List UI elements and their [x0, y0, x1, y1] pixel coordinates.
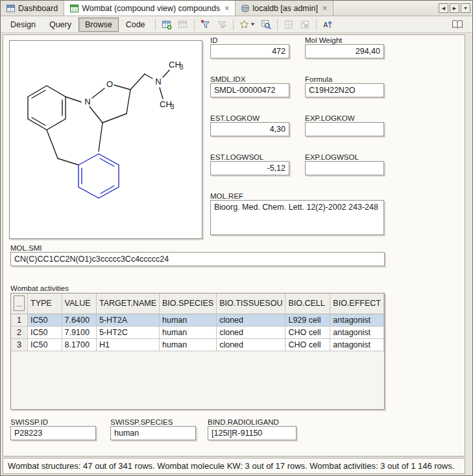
column-header-bio-species[interactable]: BIO.SPECIES [159, 294, 216, 314]
mol-weight-field[interactable]: 294,40 [305, 44, 384, 58]
column-header-bio-cell[interactable]: BIO.CELL [285, 294, 330, 314]
toolbar-separator [233, 19, 234, 31]
query-mode-button[interactable]: Query [43, 18, 78, 32]
bind-radioligand-label: BIND.RADIOLIGAND [208, 418, 279, 426]
grid-icon [284, 19, 294, 30]
database-icon [241, 5, 249, 12]
smdl-idx-field[interactable]: SMDL-00000472 [210, 83, 289, 97]
mol-weight-label: Mol Weight [305, 36, 342, 44]
row-header[interactable]: 3 [11, 338, 28, 351]
star-icon [239, 19, 249, 29]
column-header-bio-effect[interactable]: BIO.EFFECT [330, 294, 384, 314]
code-mode-button[interactable]: Code [119, 18, 152, 32]
cell-bio-cell[interactable]: CHO cell [285, 326, 330, 338]
cell-type[interactable]: IC50 [28, 326, 62, 338]
grid-tool-button[interactable] [281, 18, 297, 32]
exp-logwsol-label: EXP.LOGWSOL [305, 153, 359, 161]
est-logwsol-label: EST.LOGWSOL [210, 153, 263, 161]
table-row[interactable]: 3 IC50 8.1700 H1 human cloned CHO cell a… [11, 338, 384, 351]
filter-edit-icon [217, 19, 227, 30]
row-header[interactable]: 2 [11, 326, 28, 338]
book-icon [452, 19, 463, 29]
table-green-icon [70, 5, 79, 12]
o-atom-label: O [106, 79, 113, 89]
cell-bio-species[interactable]: human [159, 326, 216, 338]
swissp-species-field[interactable]: human [110, 426, 196, 440]
structure-viewer[interactable]: N O N CH 3 CH 3 [9, 40, 202, 239]
activities-table: ... TYPE VALUE TARGET.NAME BIO.SPECIES B… [10, 293, 385, 410]
exp-logwsol-field[interactable] [305, 161, 384, 175]
exp-logkow-field[interactable] [305, 122, 384, 136]
cell-value[interactable]: 7.9100 [62, 326, 96, 338]
help-book-button[interactable] [450, 18, 465, 32]
ch3-label: CH [169, 60, 181, 69]
filter-button[interactable] [198, 18, 213, 32]
cell-value[interactable]: 7.6400 [62, 314, 96, 326]
est-logkow-field[interactable]: 4,30 [210, 122, 289, 136]
close-icon[interactable]: × [223, 5, 229, 12]
browse-mode-button[interactable]: Browse [79, 18, 119, 32]
formula-field[interactable]: C19H22N2O [305, 83, 384, 97]
cell-bio-effect[interactable]: antagonist [330, 338, 384, 351]
sort-button[interactable]: A [320, 18, 335, 32]
est-logwsol-field[interactable]: -5,12 [210, 161, 289, 175]
swissp-id-label: SWISSP.ID [10, 418, 48, 426]
bind-radioligand-field[interactable]: [125I]R-91150 [208, 426, 297, 440]
filter-icon [200, 19, 211, 30]
cell-bio-cell[interactable]: CHO cell [285, 338, 330, 351]
new-grid-view-button[interactable] [159, 18, 175, 32]
toolbar-separator [277, 19, 278, 31]
id-label: ID [210, 36, 218, 44]
cell-bio-species[interactable]: human [159, 338, 216, 351]
table-corner-button[interactable]: ... [14, 295, 25, 311]
cell-bio-species[interactable]: human [159, 314, 216, 326]
design-mode-button[interactable]: Design [4, 18, 42, 32]
compound-form: N O N CH 3 CH 3 ID 472 Mol Weight 294,40… [3, 34, 465, 457]
table-header-row: ... TYPE VALUE TARGET.NAME BIO.SPECIES B… [11, 294, 384, 314]
mol-ref-label: MOL.REF [210, 192, 243, 200]
cell-bio-tissuesource[interactable]: cloned [217, 338, 285, 351]
cell-bio-cell[interactable]: L929 cell [285, 314, 330, 326]
find-in-grid-button[interactable] [258, 18, 274, 32]
chevron-down-icon [250, 23, 255, 26]
row-header[interactable]: 1 [11, 314, 28, 326]
tab-list-button[interactable]: ▼ [461, 3, 470, 13]
est-logkow-label: EST.LOGKOW [210, 114, 260, 122]
column-header-bio-tissuesource[interactable]: BIO.TISSUESOU [217, 294, 285, 314]
mol-smi-field[interactable]: CN(C)CC1CC2N(O1)c3ccccc3Cc4ccccc24 [10, 252, 385, 266]
close-icon[interactable]: × [321, 5, 327, 12]
favorites-button[interactable] [237, 18, 258, 32]
tab-bar: Dashboard Wombat (compound view) compoun… [1, 1, 472, 16]
cell-target-name[interactable]: 5-HT2A [97, 314, 160, 326]
cell-bio-tissuesource[interactable]: cloned [217, 314, 285, 326]
ch3-subscript: 3 [180, 64, 184, 71]
activities-grid: ... TYPE VALUE TARGET.NAME BIO.SPECIES B… [11, 294, 384, 351]
column-header-target-name[interactable]: TARGET.NAME [97, 294, 160, 314]
tab-scroll-right-button[interactable]: ▶ [450, 3, 459, 13]
cell-target-name[interactable]: H1 [97, 338, 160, 351]
column-header-type[interactable]: TYPE [28, 294, 62, 314]
id-field[interactable]: 472 [210, 44, 289, 58]
swissp-id-field[interactable]: P28223 [10, 426, 96, 440]
tab-scroll-left-button[interactable]: ◀ [439, 3, 448, 13]
grid-search-icon [261, 19, 271, 30]
tab-localdb[interactable]: localdb [as admin] × [236, 1, 334, 16]
tab-wombat-compounds[interactable]: Wombat (compound view) compounds × [64, 1, 236, 16]
grid-view-button[interactable] [175, 18, 191, 32]
cell-bio-effect[interactable]: antagonist [330, 314, 384, 326]
filter-edit-button[interactable] [214, 18, 230, 32]
table-row[interactable]: 2 IC50 7.9100 5-HT2C human cloned CHO ce… [11, 326, 384, 338]
column-header-value[interactable]: VALUE [62, 294, 96, 314]
cell-value[interactable]: 8.1700 [62, 338, 96, 351]
cell-target-name[interactable]: 5-HT2C [97, 326, 160, 338]
cell-type[interactable]: IC50 [28, 314, 62, 326]
status-bar: Wombat structures: 47 out of 341 rows. W… [3, 458, 465, 474]
export-button[interactable] [297, 18, 313, 32]
mol-ref-field[interactable]: Bioorg. Med. Chem. Lett. 12(2)-2002 243-… [210, 200, 384, 235]
cell-type[interactable]: IC50 [28, 338, 62, 351]
cell-bio-tissuesource[interactable]: cloned [217, 326, 285, 338]
cell-bio-effect[interactable]: antagonist [330, 326, 384, 338]
tab-dashboard[interactable]: Dashboard [1, 1, 64, 16]
toolbar-separator [155, 19, 156, 31]
table-row[interactable]: 1 IC50 7.6400 5-HT2A human cloned L929 c… [11, 314, 384, 326]
